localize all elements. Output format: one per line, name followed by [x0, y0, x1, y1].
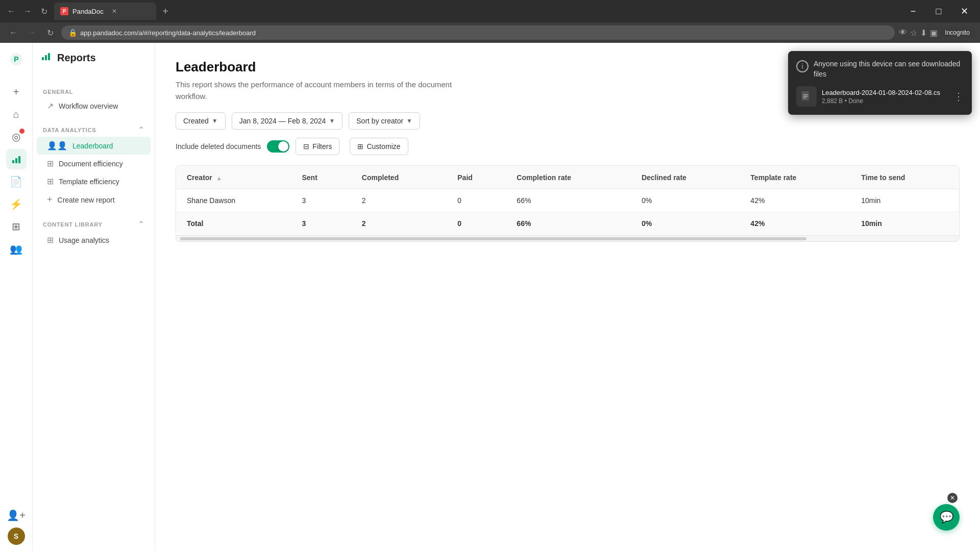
col-creator[interactable]: Creator ▲: [177, 166, 292, 189]
browser-chrome: ← → ↻ P PandaDoc ✕ + − □ ✕: [0, 0, 980, 22]
document-efficiency-label: Document efficiency: [59, 160, 123, 168]
icon-bar: P + ⌂ ◎ 📄 ⚡ ⊞ 👥 👤+ S: [0, 43, 33, 551]
nav-back-button[interactable]: ←: [6, 26, 20, 40]
filters-button[interactable]: ⊟ Filters: [296, 138, 339, 155]
sidebar-item-usage-analytics[interactable]: ⊞ Usage analytics: [37, 231, 151, 249]
data-analytics-toggle[interactable]: ⌃: [138, 125, 144, 135]
sidebar-item-document-efficiency[interactable]: ⊞ Document efficiency: [37, 155, 151, 172]
add-user-icon[interactable]: 👤+: [6, 505, 27, 525]
nav-forward-button[interactable]: →: [24, 26, 39, 40]
total-time-to-send: 10min: [851, 212, 959, 235]
user-avatar[interactable]: S: [8, 528, 25, 545]
date-range-label: Jan 8, 2024 — Feb 8, 2024: [239, 117, 326, 125]
tab-bar: P PandaDoc ✕ +: [54, 3, 898, 20]
new-tab-button[interactable]: +: [158, 4, 173, 18]
add-icon[interactable]: +: [6, 82, 27, 102]
close-tab-button[interactable]: ✕: [112, 8, 117, 15]
leaderboard-icon: 👤👤: [47, 141, 67, 151]
sort-by-creator-button[interactable]: Sort by creator ▼: [349, 112, 420, 130]
chat-close-button[interactable]: ✕: [947, 493, 958, 503]
chat-button[interactable]: 💬: [933, 504, 960, 531]
table-header: Creator ▲ Sent Completed Paid Completion…: [177, 166, 959, 189]
created-filter-button[interactable]: Created ▼: [176, 112, 226, 130]
filters-row: Created ▼ Jan 8, 2024 — Feb 8, 2024 ▼ So…: [176, 112, 960, 130]
col-completion-rate[interactable]: Completion rate: [506, 166, 631, 189]
icon-bar-bottom: 👤+ S: [6, 505, 27, 545]
activity-icon[interactable]: ◎: [6, 127, 27, 147]
download-icon[interactable]: ⬇: [920, 28, 927, 38]
forward-button[interactable]: →: [20, 4, 35, 18]
bookmark-icon[interactable]: ☆: [910, 28, 917, 38]
usage-analytics-label: Usage analytics: [59, 236, 109, 244]
minimize-button[interactable]: −: [901, 4, 925, 19]
total-paid: 0: [447, 212, 506, 235]
incognito-label: Incognito: [941, 28, 974, 38]
refresh-button[interactable]: ↻: [37, 4, 51, 18]
download-info: Leaderboard-2024-01-08-2024-02-08.cs 2,8…: [822, 89, 948, 105]
table-body: Shane Dawson 3 2 0 66% 0% 42% 10min Tota…: [177, 189, 959, 235]
sidebar-item-template-efficiency[interactable]: ⊞ Template efficiency: [37, 172, 151, 190]
tab-favicon: P: [60, 7, 68, 15]
filters-label: Filters: [312, 142, 332, 151]
download-notice-text: Anyone using this device can see downloa…: [814, 59, 964, 79]
app-container: P + ⌂ ◎ 📄 ⚡ ⊞ 👥 👤+ S: [0, 43, 980, 551]
maximize-button[interactable]: □: [927, 4, 950, 19]
download-filename: Leaderboard-2024-01-08-2024-02-08.cs: [822, 89, 948, 96]
template-efficiency-label: Template efficiency: [59, 178, 119, 186]
sidebar-item-leaderboard[interactable]: 👤👤 Leaderboard: [37, 137, 151, 155]
col-template-rate[interactable]: Template rate: [740, 166, 851, 189]
svg-text:P: P: [14, 55, 18, 63]
svg-rect-11: [803, 97, 806, 98]
col-time-to-send[interactable]: Time to send: [851, 166, 959, 189]
col-declined-rate[interactable]: Declined rate: [631, 166, 740, 189]
eye-icon[interactable]: 👁: [899, 28, 907, 38]
contacts-icon[interactable]: 👥: [6, 239, 27, 259]
horizontal-scrollbar[interactable]: [176, 235, 959, 241]
content-library-toggle[interactable]: ⌃: [138, 219, 144, 229]
window-controls: − □ ✕: [901, 4, 976, 19]
col-sent[interactable]: Sent: [291, 166, 351, 189]
workflow-icon: ↗: [47, 101, 54, 111]
col-paid[interactable]: Paid: [447, 166, 506, 189]
download-more-button[interactable]: ⋮: [953, 90, 964, 103]
col-completed[interactable]: Completed: [352, 166, 447, 189]
reports-icon[interactable]: [6, 149, 27, 169]
template-efficiency-icon: ⊞: [47, 177, 54, 186]
include-deleted-toggle[interactable]: [267, 140, 289, 153]
svg-rect-9: [803, 94, 808, 95]
date-range-filter-button[interactable]: Jan 8, 2024 — Feb 8, 2024 ▼: [232, 112, 343, 130]
templates-icon[interactable]: ⊞: [6, 216, 27, 237]
nav-refresh-button[interactable]: ↻: [43, 26, 57, 40]
info-icon: i: [796, 60, 808, 72]
back-button[interactable]: ←: [4, 4, 18, 18]
page-title: Reports: [57, 52, 96, 64]
documents-icon[interactable]: 📄: [6, 171, 27, 192]
lightning-icon[interactable]: ⚡: [6, 194, 27, 214]
total-completion-rate: 66%: [506, 212, 631, 235]
home-icon[interactable]: ⌂: [6, 104, 27, 124]
sidebar-item-workflow-overview[interactable]: ↗ Workflow overview: [37, 97, 151, 115]
svg-rect-6: [45, 55, 47, 60]
row-creator: Shane Dawson: [177, 189, 292, 212]
data-table-wrapper: Creator ▲ Sent Completed Paid Completion…: [176, 165, 960, 242]
browser-nav-controls: ← → ↻: [4, 4, 51, 18]
total-template-rate: 42%: [740, 212, 851, 235]
active-tab[interactable]: P PandaDoc ✕: [54, 3, 156, 20]
date-range-chevron: ▼: [329, 117, 335, 124]
sort-chevron: ▼: [406, 117, 412, 124]
address-bar[interactable]: 🔒 app.pandadoc.com/a/#/reporting/data-an…: [61, 26, 895, 40]
create-report-icon: +: [47, 194, 53, 205]
sidebar-item-create-new-report[interactable]: + Create new report: [37, 190, 151, 209]
general-section-label: GENERAL: [33, 85, 155, 97]
row-completion-rate: 66%: [506, 189, 631, 212]
customize-label: Customize: [366, 142, 400, 151]
close-window-button[interactable]: ✕: [952, 4, 976, 19]
customize-button[interactable]: ⊞ Customize: [350, 138, 408, 155]
row-declined-rate: 0%: [631, 189, 740, 212]
download-item: Leaderboard-2024-01-08-2024-02-08.cs 2,8…: [796, 86, 964, 107]
data-analytics-label: DATA ANALYTICS: [43, 127, 96, 133]
table-row: Shane Dawson 3 2 0 66% 0% 42% 10min: [177, 189, 959, 212]
svg-rect-3: [15, 158, 17, 163]
logo-icon[interactable]: P: [6, 49, 27, 69]
sidebar-toggle-icon[interactable]: ▣: [930, 28, 938, 38]
